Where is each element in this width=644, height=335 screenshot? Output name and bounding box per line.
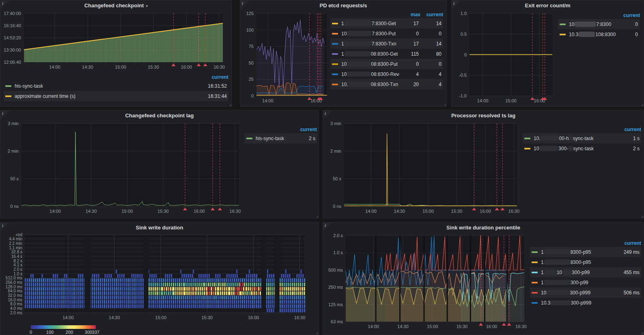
info-icon: i	[325, 111, 326, 116]
panel-resize-handle[interactable]	[228, 102, 231, 106]
colorbar-tick-label: 300	[85, 330, 92, 335]
svg-text:500 ms: 500 ms	[328, 268, 343, 272]
redaction-blob	[345, 41, 371, 46]
legend-row[interactable]: 17:8300-Get1714	[330, 18, 443, 28]
redaction-blob	[575, 22, 596, 27]
legend-row[interactable]: approximate current time (s)16:31:44	[4, 91, 228, 101]
panel-pd-etcd-requests: i PD etcd requests/s 025507510012514:001…	[240, 0, 447, 107]
legend-value-current: 14	[419, 21, 442, 26]
legend-value-max: 0	[399, 31, 419, 37]
svg-text:64.0 ms: 64.0 ms	[8, 289, 22, 293]
legend-pd-etcd-requests: maxcurrent17:8300-Get1714107:8300-Put001…	[330, 11, 443, 89]
legend-row[interactable]: 10.08:8300-Txn204	[330, 79, 443, 89]
svg-text:14:30: 14:30	[82, 65, 93, 69]
panel-title[interactable]: Exit error count/m	[452, 0, 644, 11]
svg-text:14:30: 14:30	[397, 324, 409, 329]
svg-text:16.4 s: 16.4 s	[11, 254, 22, 259]
pd-etcd-requests-chart[interactable]: 025507510012514:0016:00	[242, 11, 329, 106]
panel-processor-resolved-ts-lag: i Processor resolved ts lag 0 ns50 s2 mi…	[323, 110, 644, 218]
legend-header: current	[245, 126, 317, 133]
colorbar-tick-label: 337	[92, 330, 99, 335]
processor-resolved-ts-lag-chart[interactable]: 0 ns50 s2 min3 min14:0014:3015:0015:3016…	[323, 121, 520, 218]
svg-text:15:30: 15:30	[157, 209, 169, 214]
svg-text:3 min: 3 min	[330, 121, 341, 126]
legend-column-current[interactable]: current	[623, 12, 640, 19]
legend-header: current	[4, 73, 228, 81]
svg-text:14:00: 14:00	[262, 98, 274, 103]
legend-row[interactable]: 1008:8300-Revoke44	[330, 69, 443, 79]
svg-text:256.0 ms: 256.0 ms	[6, 280, 22, 285]
legend-row[interactable]: 10300-sync-task2 s	[523, 143, 641, 153]
legend-column-current[interactable]: current	[420, 11, 443, 18]
redaction-blob	[579, 32, 595, 37]
panel-resize-handle[interactable]	[640, 331, 643, 334]
legend-row[interactable]: 17:8300-Txn1714	[330, 39, 443, 49]
panel-resize-handle[interactable]	[640, 214, 643, 218]
legend-row[interactable]: 107:8300-Put00	[330, 28, 443, 39]
legend-row[interactable]: 18300-p95	[530, 257, 641, 267]
legend-column-max[interactable]: max	[401, 11, 420, 18]
changefeed-checkpoint-chart[interactable]: 12:06:4013:30:0014:53:2016:16:4017:40:00…	[0, 11, 232, 72]
svg-text:2 min: 2 min	[8, 149, 19, 153]
panel-title[interactable]: Sink write duration percentile	[323, 223, 644, 233]
legend-row[interactable]: 107:83000	[558, 19, 640, 29]
panel-resize-handle[interactable]	[314, 214, 318, 218]
svg-text:0.5: 0.5	[461, 32, 467, 37]
series-label: 107:8300	[569, 22, 622, 27]
legend-row[interactable]: 18300-p95249 ms	[530, 247, 641, 257]
panel-title-text: PD etcd requests/s	[319, 2, 367, 9]
legend-column-current[interactable]: current	[615, 240, 641, 247]
heatmap-colorbar-labels: 0100200300337	[31, 330, 112, 335]
series-label: 1008:8300-Put	[341, 61, 399, 67]
svg-text:14:30: 14:30	[86, 209, 97, 214]
exit-error-count-chart[interactable]: -1.0-0.500.51.014:0015:0016:00	[453, 11, 556, 106]
legend-row[interactable]: 10300-p999506 ms	[530, 287, 641, 298]
legend-row[interactable]: his-sync-task2 s	[245, 133, 317, 143]
panel-title[interactable]: Changefeed checkpoint lag	[0, 110, 319, 121]
legend-row[interactable]: 1300-p99	[530, 277, 641, 287]
panel-resize-handle[interactable]	[314, 331, 318, 334]
panel-title-text: Sink write duration percentile	[446, 225, 520, 231]
legend-value-current: 0	[622, 22, 638, 27]
svg-text:15:00: 15:00	[422, 209, 434, 214]
legend-row[interactable]: 10.3300-p999	[530, 298, 641, 308]
sink-write-duration-percentile-chart[interactable]: 63 ms125 ms250 ms500 ms1.0 s2.0 s14:0014…	[323, 233, 528, 334]
legend-column-current[interactable]: current	[623, 126, 641, 133]
legend-row[interactable]: his-sync-task16:31:52	[4, 81, 228, 91]
series-color-swatch	[5, 95, 11, 97]
panel-title[interactable]: PD etcd requests/s	[240, 0, 446, 11]
legend-value-current: 0	[419, 61, 442, 67]
legend-value-current: 4	[419, 82, 442, 87]
legend-column-current[interactable]: current	[298, 126, 317, 133]
redaction-blob	[562, 270, 571, 275]
colorbar-tick-label: 100	[46, 330, 54, 335]
svg-text:15:00: 15:00	[427, 324, 438, 329]
svg-text:100: 100	[246, 28, 254, 32]
svg-text:2.0 s: 2.0 s	[13, 267, 22, 272]
svg-text:50 s: 50 s	[10, 176, 19, 181]
svg-text:14:30: 14:30	[109, 315, 120, 320]
panel-title[interactable]: Changefeed checkpoint▾	[0, 0, 232, 11]
redaction-blob	[544, 249, 570, 255]
changefeed-checkpoint-lag-chart[interactable]: 0 ns50 s2 min3 min14:0014:3015:0015:3016…	[0, 121, 242, 218]
legend-value-current: 14	[419, 41, 442, 47]
svg-text:25: 25	[249, 77, 254, 82]
legend-column-current[interactable]: current	[196, 73, 228, 81]
panel-resize-handle[interactable]	[442, 102, 446, 106]
series-label: his-sync-task	[256, 136, 297, 141]
legend-row[interactable]: 1008:8300-Put00	[330, 59, 443, 69]
panel-resize-handle[interactable]	[640, 102, 643, 106]
panel-title[interactable]: Processor resolved ts lag	[323, 110, 644, 121]
svg-text:16:30: 16:30	[294, 315, 306, 320]
legend-row[interactable]: 110300-p99455 ms	[530, 267, 641, 277]
redaction-blob	[345, 21, 371, 26]
panel-title[interactable]: Sink write duration	[0, 223, 319, 233]
legend-row[interactable]: 10.3108:83000	[558, 29, 640, 39]
legend-row[interactable]: 108:8300-Get11580	[330, 49, 443, 59]
svg-text:+Inf: +Inf	[15, 233, 22, 237]
legend-value-current: 2 s	[297, 136, 315, 141]
series-label: 10.3108:8300	[569, 32, 622, 37]
sink-write-duration-heatmap[interactable]: +Inf4.4 min2.2 min1.1 min32.8 s16.4 s8.2…	[0, 233, 309, 323]
legend-header: current	[530, 240, 641, 247]
legend-row[interactable]: 10.00-hsync-task1 s	[523, 133, 641, 143]
